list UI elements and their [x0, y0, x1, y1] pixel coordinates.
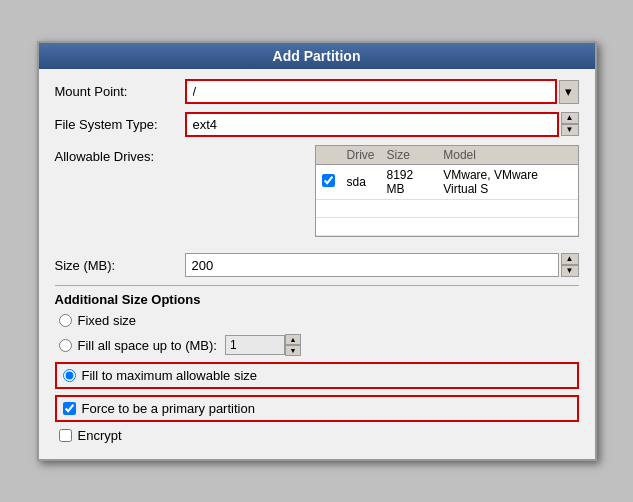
fill-all-row: Fill all space up to (MB): ▲ ▼ — [55, 334, 579, 356]
fill-all-spinners: ▲ ▼ — [285, 334, 301, 356]
additional-size-title: Additional Size Options — [55, 292, 579, 307]
size-spinner-wrapper: ▲ ▼ — [185, 253, 579, 277]
size-label: Size (MB): — [55, 258, 185, 273]
drive-checkbox-cell — [316, 165, 341, 200]
force-primary-checkbox[interactable] — [63, 402, 76, 415]
fill-max-radio[interactable] — [63, 369, 76, 382]
dialog-content: Mount Point: ▾ File System Type: ▲ ▼ — [39, 69, 595, 459]
file-system-up-btn[interactable]: ▲ — [561, 112, 579, 124]
fixed-size-row: Fixed size — [55, 313, 579, 328]
add-partition-dialog: Add Partition Mount Point: ▾ File System… — [37, 41, 597, 461]
drive-checkbox[interactable] — [322, 174, 335, 187]
dialog-title: Add Partition — [273, 48, 361, 64]
title-bar: Add Partition — [39, 43, 595, 69]
file-system-label: File System Type: — [55, 117, 185, 132]
fill-max-row: Fill to maximum allowable size — [55, 362, 579, 389]
fixed-size-radio[interactable] — [59, 314, 72, 327]
encrypt-checkbox[interactable] — [59, 429, 72, 442]
file-system-field: ▲ ▼ — [185, 112, 579, 137]
table-row: sda 8192 MB VMware, VMware Virtual S — [316, 165, 578, 200]
drive-size-cell: 8192 MB — [381, 165, 438, 200]
size-spinners: ▲ ▼ — [561, 253, 579, 277]
drives-table-wrapper: Drive Size Model sda 8192 M — [315, 145, 579, 237]
size-row: Size (MB): ▲ ▼ — [55, 253, 579, 277]
drives-container: Drive Size Model sda 8192 M — [185, 145, 579, 245]
mount-point-field: ▾ — [185, 79, 579, 104]
file-system-row: File System Type: ▲ ▼ — [55, 112, 579, 137]
file-system-wrapper: ▲ ▼ — [185, 112, 579, 137]
drives-table-header: Drive Size Model — [316, 146, 578, 165]
mount-point-label: Mount Point: — [55, 84, 185, 99]
force-primary-row: Force to be a primary partition — [55, 395, 579, 422]
file-system-input[interactable] — [185, 112, 559, 137]
mount-point-dropdown-arrow[interactable]: ▾ — [559, 80, 579, 104]
col-size-header: Size — [381, 146, 438, 165]
fill-all-up-btn[interactable]: ▲ — [285, 334, 301, 345]
force-primary-label: Force to be a primary partition — [82, 401, 255, 416]
drive-name-cell: sda — [341, 165, 381, 200]
col-model-header: Model — [437, 146, 577, 165]
file-system-down-btn[interactable]: ▼ — [561, 124, 579, 136]
encrypt-label: Encrypt — [78, 428, 122, 443]
size-up-btn[interactable]: ▲ — [561, 253, 579, 265]
size-input[interactable] — [185, 253, 559, 277]
drives-table: Drive Size Model sda 8192 M — [316, 146, 578, 236]
fill-all-radio[interactable] — [59, 339, 72, 352]
allowable-drives-row: Allowable Drives: Drive Size Model — [55, 145, 579, 245]
fill-all-input[interactable] — [225, 335, 285, 355]
allowable-drives-label: Allowable Drives: — [55, 145, 185, 164]
encrypt-row: Encrypt — [55, 428, 579, 443]
mount-point-wrapper: ▾ — [185, 79, 579, 104]
fill-all-down-btn[interactable]: ▼ — [285, 345, 301, 356]
fill-max-label: Fill to maximum allowable size — [82, 368, 258, 383]
file-system-spinners: ▲ ▼ — [561, 112, 579, 137]
mount-point-input[interactable] — [185, 79, 557, 104]
size-down-btn[interactable]: ▼ — [561, 265, 579, 277]
fixed-size-label: Fixed size — [78, 313, 137, 328]
col-drive-header: Drive — [341, 146, 381, 165]
section-divider — [55, 285, 579, 286]
empty-row-1 — [316, 200, 578, 218]
drive-model-cell: VMware, VMware Virtual S — [437, 165, 577, 200]
col-check-header — [316, 146, 341, 165]
empty-row-2 — [316, 218, 578, 236]
mount-point-row: Mount Point: ▾ — [55, 79, 579, 104]
fill-all-label: Fill all space up to (MB): — [78, 338, 217, 353]
